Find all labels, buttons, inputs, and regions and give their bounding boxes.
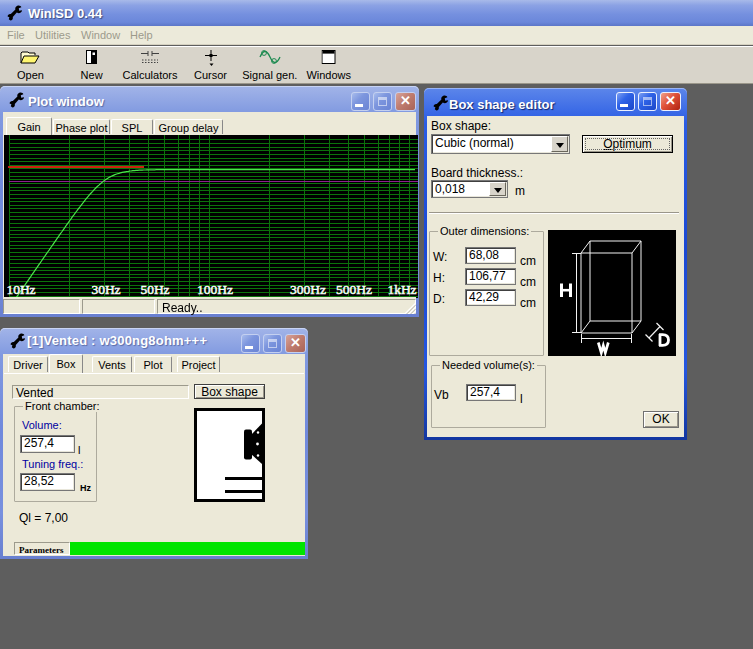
svg-text:50Hz: 50Hz <box>140 282 169 297</box>
svg-text:500Hz: 500Hz <box>336 282 372 297</box>
svg-text:1kHz: 1kHz <box>387 282 416 297</box>
svg-text:100Hz: 100Hz <box>197 282 233 297</box>
svg-text:10Hz: 10Hz <box>6 282 35 297</box>
svg-text:30Hz: 30Hz <box>91 282 120 297</box>
svg-text:300Hz: 300Hz <box>290 282 326 297</box>
